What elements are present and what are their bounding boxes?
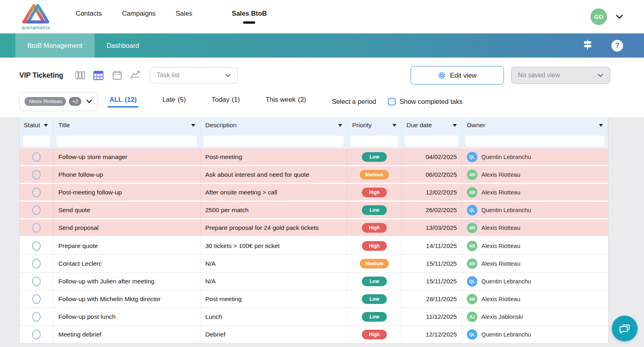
- help-icon[interactable]: ?: [611, 40, 623, 52]
- due-date: 06/02/2025: [425, 171, 457, 178]
- tab-this-week[interactable]: This week(2): [266, 96, 306, 107]
- status-radio[interactable]: [32, 277, 41, 286]
- priority-cell: Low: [347, 202, 402, 218]
- owner-name: Quentin Lebranchu: [481, 207, 531, 213]
- active-nav-underline: [243, 21, 255, 24]
- arenametrix-logo[interactable]: arenametrix: [19, 3, 52, 31]
- calendar-icon[interactable]: [111, 70, 122, 81]
- status-radio[interactable]: [32, 152, 41, 162]
- column-header-priority[interactable]: Priority: [347, 117, 402, 133]
- owner-name: Quentin Lebranchu: [481, 278, 531, 285]
- nav-item-campaigns[interactable]: Campaigns: [122, 10, 155, 24]
- user-avatar[interactable]: GD: [590, 8, 607, 25]
- subnav-item-btob-management[interactable]: BtoB Management: [15, 33, 95, 58]
- title-cell: Send proposal: [54, 219, 200, 236]
- tab-today[interactable]: Today(1): [212, 96, 240, 107]
- nav-item-label: Contacts: [76, 10, 102, 17]
- statut-cell: [20, 166, 54, 183]
- status-radio[interactable]: [32, 312, 41, 322]
- due-date: 15/11/2025: [426, 278, 457, 285]
- due-date-cell: 11/12/2025: [402, 308, 462, 325]
- table-row[interactable]: Follow-up post lunchLunchLow11/12/2025AJ…: [20, 308, 608, 326]
- status-radio[interactable]: [32, 188, 41, 197]
- column-header-owner[interactable]: Owner: [462, 117, 608, 133]
- owner-avatar: AR: [467, 258, 477, 269]
- status-radio[interactable]: [32, 330, 41, 339]
- priority-cell: Low: [347, 308, 402, 325]
- owner-name: Alexis Jablonski: [481, 314, 523, 320]
- priority-badge: High: [362, 223, 387, 233]
- table-row[interactable]: Follow-up with Julien after meetingN/ALo…: [20, 273, 608, 290]
- table-row[interactable]: Phone follow-upAsk about interest and ne…: [20, 166, 608, 184]
- status-radio[interactable]: [32, 205, 41, 215]
- description-cell: Post-meeting: [200, 149, 347, 165]
- due-date: 28/11/2025: [426, 295, 457, 303]
- show-completed-toggle[interactable]: Show completed taks: [388, 98, 462, 105]
- priority-cell: High: [347, 326, 402, 343]
- owner-avatar: QL: [467, 276, 477, 287]
- table-row[interactable]: Meeting debriefDebriefHigh12/12/2025QLQu…: [20, 326, 608, 343]
- table-row[interactable]: Follow-up with Michelin Mktg directorPos…: [20, 290, 608, 308]
- chat-bubbles-icon: [619, 322, 631, 335]
- priority-badge: Low: [362, 205, 387, 215]
- kanban-icon[interactable]: [74, 70, 85, 81]
- view-type-select[interactable]: Task list: [150, 67, 237, 84]
- task-description: N/A: [205, 260, 216, 267]
- column-header-due-date[interactable]: Due date: [402, 117, 462, 133]
- statut-cell: [20, 290, 54, 308]
- nav-item-sales[interactable]: Sales: [176, 10, 192, 24]
- saved-view-select[interactable]: No saved view: [511, 67, 610, 84]
- filter-input-title[interactable]: [57, 136, 197, 147]
- title-cell: Meeting debrief: [54, 326, 200, 343]
- table-row[interactable]: Prepare quote30 tickets > 100€ per ticke…: [20, 237, 608, 255]
- edit-view-button[interactable]: Edit view: [411, 66, 504, 85]
- filter-input-priority[interactable]: [351, 136, 398, 147]
- column-dropdown-caret-icon: [191, 124, 195, 127]
- column-dropdown-caret-icon: [453, 124, 457, 127]
- tab-all[interactable]: ALL(12): [109, 96, 136, 107]
- select-period-button[interactable]: Select a period: [332, 98, 376, 105]
- status-radio[interactable]: [32, 294, 41, 304]
- filter-input-due-date[interactable]: [405, 136, 458, 147]
- status-radio[interactable]: [32, 241, 41, 251]
- table-row[interactable]: Contact LeclercN/AMedium15/11/2025ARAlex…: [20, 255, 608, 273]
- show-completed-checkbox[interactable]: [388, 98, 396, 105]
- filter-input-owner[interactable]: [465, 136, 605, 147]
- chat-launcher-button[interactable]: [612, 316, 638, 341]
- column-dropdown-caret-icon: [44, 124, 48, 127]
- table-row[interactable]: Post-meeting follow-upAfter onsite meeti…: [20, 184, 608, 202]
- table-icon[interactable]: [93, 70, 104, 81]
- chart-icon[interactable]: [130, 70, 141, 81]
- table-row[interactable]: Send proposalPrepare proposal for 24 gol…: [20, 219, 608, 237]
- user-menu-chevron[interactable]: [616, 14, 623, 19]
- filter-input-statut[interactable]: [23, 136, 50, 147]
- due-date-cell: 14/11/2025: [402, 237, 462, 254]
- filter-input-description[interactable]: [204, 136, 344, 147]
- owner-name: Alexis Riotteau: [481, 296, 520, 302]
- column-header-title[interactable]: Title: [54, 117, 200, 133]
- description-cell: Lunch: [200, 308, 347, 325]
- owner-avatar: AR: [467, 241, 477, 251]
- due-date-cell: 13/03/2025: [402, 219, 462, 236]
- subnav-item-dashboard[interactable]: Dashboard: [95, 33, 151, 58]
- tab-late[interactable]: Late(5): [162, 96, 186, 107]
- owner-filter-dropdown[interactable]: Alexis Riotteau +2: [19, 92, 97, 111]
- status-radio[interactable]: [32, 170, 41, 180]
- title-cell: Follow-up with Julien after meeting: [54, 273, 200, 290]
- chevron-down-icon: [225, 74, 231, 77]
- column-header-statut[interactable]: Statut: [20, 117, 54, 133]
- status-radio[interactable]: [32, 259, 41, 269]
- table-row[interactable]: Follow-up store managerPost-meetingLow04…: [20, 149, 608, 166]
- signpost-icon[interactable]: [582, 39, 594, 52]
- status-radio[interactable]: [32, 223, 41, 233]
- nav-item-contacts[interactable]: Contacts: [76, 10, 102, 24]
- nav-item-sales-btob[interactable]: Sales BtoB: [232, 10, 267, 24]
- table-row[interactable]: Send quote2500 per matchLow26/02/2025QLQ…: [20, 202, 608, 219]
- statut-cell: [20, 308, 54, 325]
- column-label: Statut: [24, 122, 40, 129]
- column-header-description[interactable]: Description: [200, 117, 347, 133]
- title-cell: Contact Leclerc: [54, 255, 200, 272]
- description-cell: Prepare proposal for 24 gold pack ticket…: [200, 219, 347, 236]
- column-label: Description: [205, 122, 237, 129]
- due-date-cell: 28/11/2025: [402, 290, 462, 308]
